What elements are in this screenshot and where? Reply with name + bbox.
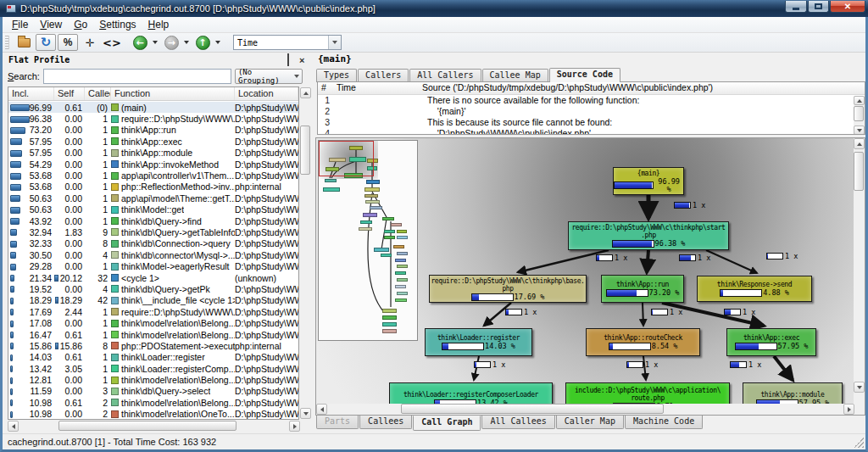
graph-node[interactable]: {main}96.99 % xyxy=(613,167,684,195)
table-row[interactable]: 14.030.611think\Loader::registerD:\phpSt… xyxy=(8,352,298,363)
call-graph-canvas[interactable]: {main}96.99 %require::D:\phpStudy\WWW\c\… xyxy=(316,138,854,405)
open-folder-button[interactable] xyxy=(14,34,34,51)
table-row[interactable]: 54.290.001think\App::invokeMethodD:\phpS… xyxy=(8,159,298,170)
dock-close-button[interactable]: × xyxy=(299,55,308,64)
menu-file[interactable]: File xyxy=(6,17,34,32)
table-row[interactable]: 11.590.003think\db\Query->selectD:\phpSt… xyxy=(8,386,298,397)
back-button[interactable]: ← xyxy=(130,34,150,51)
table-row[interactable]: 32.941.839think\db\Query->getTableInfoD:… xyxy=(8,226,298,237)
source-col-source[interactable]: Source ('D:/phpStudy/tmp/xdebug/D:\phpSt… xyxy=(422,82,865,94)
forward-button[interactable]: → xyxy=(161,34,181,51)
incl-value: 43.92 xyxy=(30,216,52,226)
source-vscrollbar[interactable] xyxy=(854,96,865,135)
column-header-called[interactable]: Called xyxy=(85,87,111,100)
back-dropdown-icon[interactable] xyxy=(153,41,158,44)
table-row[interactable]: 53.680.001app\api\controller\v1\Them...D… xyxy=(8,170,298,181)
graph-node[interactable]: think\App::module57.95 % xyxy=(743,382,843,405)
title-bar[interactable]: D:\phpStudy\tmp\xdebug\cachegrind.out.87… xyxy=(0,0,868,17)
table-row[interactable]: 12.810.001think\model\relation\Belong...… xyxy=(8,374,298,385)
menu-go[interactable]: Go xyxy=(68,17,93,32)
graph-vscrollbar[interactable] xyxy=(854,138,865,405)
menu-help[interactable]: Help xyxy=(142,17,175,32)
table-row[interactable]: 13.423.051think\Loader::registerComp...D… xyxy=(8,363,298,374)
column-header-function[interactable]: Function xyxy=(111,87,235,100)
menu-settings[interactable]: Settings xyxy=(93,17,142,32)
table-row[interactable]: 21.3420.1232<cycle 1>(unknown) xyxy=(8,272,298,283)
graph-node[interactable]: think\Loader::registerComposerLoader13.4… xyxy=(389,382,553,405)
table-row[interactable]: 29.280.001think\Model->eagerlyResultD:\p… xyxy=(8,260,298,271)
graph-node[interactable]: require::D:\phpStudy\WWW\c\thinkphp\star… xyxy=(568,221,729,250)
dump-code-button[interactable]: <> xyxy=(102,34,122,51)
table-row[interactable]: 53.680.001php::ReflectionMethod->inv...p… xyxy=(8,181,298,193)
tab-callee-map[interactable]: Callee Map xyxy=(482,69,548,82)
column-header-location[interactable]: Location xyxy=(235,87,298,100)
node-label: think\Response->send xyxy=(717,281,792,288)
table-row[interactable]: 73.200.001think\App::runD:\phpStudy\WW xyxy=(8,125,298,136)
column-header-incl[interactable]: Incl. xyxy=(8,87,54,100)
move-mode-button[interactable]: ✛ xyxy=(80,34,100,51)
table-row[interactable]: 50.630.001think\Model::getD:\phpStudy\WW xyxy=(8,204,298,215)
up-button[interactable]: ↑ xyxy=(192,34,213,51)
table-row[interactable]: 32.330.008think\db\Connection->queryD:\p… xyxy=(8,238,298,249)
edge-call-count-label: 1 x xyxy=(672,201,705,209)
resize-grip[interactable] xyxy=(854,438,864,448)
maximize-button[interactable] xyxy=(808,1,829,13)
grouping-combo[interactable]: (No Grouping) xyxy=(235,69,303,84)
menu-view[interactable]: View xyxy=(34,17,68,32)
table-row[interactable]: 18.2918.2942think\__include_file <cycle … xyxy=(8,295,298,306)
flat-profile-vscrollbar[interactable] xyxy=(300,87,311,419)
table-row[interactable]: 17.080.001think\model\relation\Belong...… xyxy=(8,317,298,328)
self-value: 0.00 xyxy=(65,193,82,204)
tab-callees[interactable]: Callees xyxy=(359,416,412,429)
table-row[interactable]: 30.500.004think\db\connector\Mysql->...D… xyxy=(8,249,298,260)
graph-node[interactable]: require::D:\phpStudy\WWW\c\thinkphp\base… xyxy=(429,275,587,303)
table-row[interactable]: 19.520.004think\db\Query->getPkD:\phpStu… xyxy=(8,283,298,294)
table-row[interactable]: 57.950.001think\App::moduleD:\phpStudy\W… xyxy=(8,148,298,159)
tab-caller-map[interactable]: Caller Map xyxy=(556,416,624,429)
graph-node[interactable]: think\Loader::register14.03 % xyxy=(425,328,532,356)
minimap-node xyxy=(384,230,395,233)
graph-node[interactable]: think\Response->send4.88 % xyxy=(697,276,812,302)
table-row[interactable]: 10.980.002think\model\relation\OneTo...D… xyxy=(8,409,298,419)
table-row[interactable]: 16.470.611think\model\relation\Belong...… xyxy=(8,329,298,340)
table-row[interactable]: 17.692.441require::D:\phpStudy\WWW\...D:… xyxy=(8,306,298,317)
tab-all-callers[interactable]: All Callers xyxy=(409,69,481,82)
graph-hscrollbar[interactable] xyxy=(316,404,854,415)
forward-dropdown-icon[interactable] xyxy=(184,41,189,44)
graph-node[interactable]: think\App::run73.20 % xyxy=(601,275,684,303)
minimap-viewport[interactable] xyxy=(319,141,374,176)
table-row[interactable]: 96.380.001require::D:\phpStudy\WWW\...D:… xyxy=(8,113,298,124)
tab-call-graph[interactable]: Call Graph xyxy=(413,416,481,431)
toolbar-grip[interactable] xyxy=(5,36,9,49)
called-value: 32 xyxy=(85,273,111,283)
dock-float-button[interactable] xyxy=(287,55,296,64)
table-row[interactable]: 57.950.001think\App::execD:\phpStudy\WW xyxy=(8,136,298,147)
up-dropdown-icon[interactable] xyxy=(215,41,220,44)
tab-source-code[interactable]: Source Code xyxy=(549,68,620,82)
graph-node[interactable]: think\App::routeCheck8.54 % xyxy=(586,328,700,356)
tab-types[interactable]: Types xyxy=(316,69,357,82)
table-row[interactable]: 10.980.612think\model\relation\Belong...… xyxy=(8,397,298,408)
close-button[interactable]: ✕ xyxy=(830,1,865,13)
flat-profile-hscrollbar[interactable] xyxy=(8,421,300,432)
table-row[interactable]: 15.8615.868php::PDOStatement->executephp… xyxy=(8,340,298,351)
refresh-button[interactable]: ↻ xyxy=(36,34,56,51)
callgraph-tab-bar: PartsCalleesCall GraphAll CalleesCaller … xyxy=(316,416,704,431)
tab-parts[interactable]: Parts xyxy=(316,416,359,429)
table-row[interactable]: 43.920.001think\db\Query->findD:\phpStud… xyxy=(8,215,298,226)
graph-overview-minimap[interactable] xyxy=(318,140,418,341)
graph-node[interactable]: include::D:\phpStudy\WWW\c\application\r… xyxy=(565,382,730,405)
search-input[interactable] xyxy=(43,69,231,84)
source-col-time[interactable]: Time xyxy=(333,82,422,94)
source-col-num[interactable]: # xyxy=(318,82,333,94)
table-row[interactable]: 50.630.001app\api\model\Theme::getT...D:… xyxy=(8,193,298,204)
tab-machine-code[interactable]: Machine Code xyxy=(625,416,703,429)
column-header-self[interactable]: Self xyxy=(54,87,85,100)
event-type-combo[interactable]: Time xyxy=(233,35,342,50)
graph-node[interactable]: think\App::exec57.95 % xyxy=(726,328,816,356)
minimize-button[interactable] xyxy=(785,1,807,13)
tab-callers[interactable]: Callers xyxy=(358,69,409,82)
percent-toggle-button[interactable]: % xyxy=(58,34,78,51)
table-row[interactable]: 96.990.61(0)(main)D:\phpStudy\WW xyxy=(8,102,298,113)
tab-all-callees[interactable]: All Callees xyxy=(481,416,554,429)
